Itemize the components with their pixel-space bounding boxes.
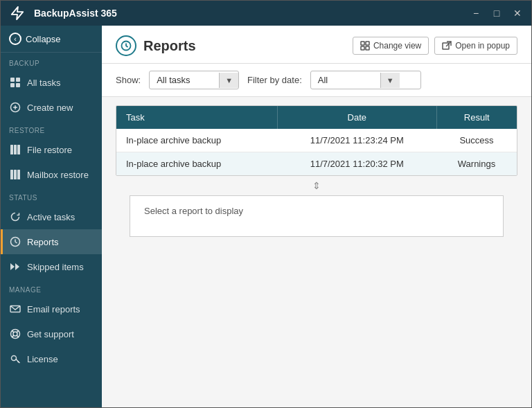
date-cell: 11/7/2021 11:23:24 PM: [278, 129, 437, 152]
svg-line-23: [12, 335, 14, 337]
show-select[interactable]: All tasks ▼: [149, 71, 239, 89]
rotate-icon: [9, 211, 21, 223]
close-button[interactable]: ✕: [511, 6, 524, 20]
svg-line-25: [18, 362, 19, 363]
report-table: Task Date Result In-place archive backup…: [116, 106, 517, 175]
mailbox-restore-label: Mailbox restore: [27, 170, 89, 180]
divider: ⇕: [116, 176, 517, 195]
sidebar-item-reports[interactable]: Reports: [1, 229, 102, 254]
change-view-icon: [360, 41, 370, 51]
sidebar-section-restore: RESTORE: [1, 120, 102, 137]
app-window: BackupAssist 365 − □ ✕ ‹ Collapse BACKUP: [0, 0, 532, 408]
create-new-label: Create new: [27, 103, 73, 113]
col-date: Date: [278, 106, 437, 129]
report-table-container: Task Date Result In-place archive backup…: [116, 105, 517, 176]
collapse-button[interactable]: ‹ Collapse: [1, 26, 102, 53]
svg-line-20: [12, 330, 14, 332]
table-area: Task Date Result In-place archive backup…: [102, 97, 531, 407]
content-header: Reports Change view: [102, 26, 531, 64]
svg-rect-29: [361, 46, 364, 50]
svg-line-21: [17, 330, 19, 332]
license-label: License: [27, 354, 58, 364]
svg-marker-15: [10, 263, 15, 270]
result-cell: Success: [436, 129, 517, 152]
all-tasks-label: All tasks: [27, 78, 60, 88]
svg-rect-3: [10, 83, 15, 87]
header-actions: Change view Open in popup: [353, 37, 517, 55]
svg-rect-28: [366, 42, 369, 45]
sidebar-item-mailbox-restore[interactable]: Mailbox restore: [1, 162, 102, 187]
main-layout: ‹ Collapse BACKUP All tasks: [1, 26, 531, 407]
email-reports-label: Email reports: [27, 304, 80, 314]
minimize-button[interactable]: −: [469, 6, 483, 20]
filter-bar: Show: All tasks ▼ Filter by date: All ▼: [102, 64, 531, 97]
sidebar: ‹ Collapse BACKUP All tasks: [1, 26, 102, 407]
svg-rect-12: [14, 170, 17, 179]
grid-icon: [9, 76, 21, 89]
clock-icon: [9, 236, 21, 248]
title-area: Reports: [116, 35, 196, 56]
maximize-button[interactable]: □: [490, 6, 504, 20]
sidebar-section-status: STATUS: [1, 187, 102, 204]
svg-rect-27: [361, 42, 364, 45]
active-tasks-label: Active tasks: [27, 212, 75, 222]
reports-title-icon: [116, 35, 136, 56]
show-label: Show:: [116, 75, 141, 85]
resize-arrows-icon[interactable]: ⇕: [312, 180, 321, 191]
svg-rect-10: [17, 145, 20, 154]
mailbox-restore-icon: [9, 168, 21, 181]
svg-rect-11: [10, 170, 13, 179]
sidebar-item-license[interactable]: License: [1, 346, 102, 371]
app-title: BackupAssist 365: [34, 8, 469, 19]
report-detail-panel: Select a report to display: [130, 195, 504, 237]
show-select-arrow-icon[interactable]: ▼: [219, 73, 238, 88]
sidebar-item-email-reports[interactable]: Email reports: [1, 296, 102, 321]
sidebar-item-create-new[interactable]: Create new: [1, 95, 102, 120]
result-cell: Warnings: [436, 152, 517, 176]
svg-rect-1: [10, 78, 15, 82]
change-view-button[interactable]: Change view: [353, 37, 429, 55]
sidebar-item-get-support[interactable]: Get support: [1, 321, 102, 346]
select-report-text: Select a report to display: [144, 206, 243, 216]
col-task: Task: [116, 106, 278, 129]
reports-label: Reports: [27, 237, 59, 247]
collapse-arrow-icon: ‹: [9, 33, 21, 45]
show-select-value: All tasks: [150, 71, 219, 89]
content-area: Reports Change view: [102, 26, 531, 407]
plus-circle-icon: [9, 101, 21, 114]
titlebar: BackupAssist 365 − □ ✕: [1, 1, 531, 26]
app-logo: [8, 3, 27, 23]
collapse-label: Collapse: [26, 34, 61, 44]
sidebar-item-skipped-items[interactable]: Skipped items: [1, 254, 102, 279]
page-title: Reports: [143, 38, 196, 54]
sidebar-item-file-restore[interactable]: File restore: [1, 137, 102, 162]
window-controls: − □ ✕: [469, 6, 524, 20]
popup-icon: [442, 41, 452, 51]
svg-rect-8: [10, 145, 13, 154]
table-row[interactable]: In-place archive backup11/7/2021 11:23:2…: [116, 129, 517, 152]
svg-point-24: [12, 356, 17, 361]
open-in-popup-button[interactable]: Open in popup: [434, 37, 517, 55]
envelope-icon: [9, 303, 21, 315]
col-result: Result: [436, 106, 517, 129]
date-select-arrow-icon[interactable]: ▼: [380, 73, 400, 88]
key-icon: [9, 353, 21, 365]
svg-marker-16: [15, 263, 19, 270]
svg-rect-30: [366, 46, 369, 50]
get-support-label: Get support: [27, 329, 74, 339]
svg-marker-0: [12, 7, 24, 19]
file-restore-icon: [9, 143, 21, 156]
date-select-value: All: [311, 71, 380, 89]
date-select[interactable]: All ▼: [310, 71, 421, 89]
fast-forward-icon: [9, 260, 21, 273]
sidebar-item-all-tasks[interactable]: All tasks: [1, 70, 102, 95]
life-ring-icon: [9, 328, 21, 340]
table-row[interactable]: In-place archive backup11/7/2021 11:20:3…: [116, 152, 517, 176]
svg-rect-2: [16, 78, 20, 82]
sidebar-item-active-tasks[interactable]: Active tasks: [1, 204, 102, 229]
svg-line-22: [17, 335, 19, 337]
sidebar-section-manage: MANAGE: [1, 279, 102, 296]
sidebar-section-backup: BACKUP: [1, 53, 102, 70]
file-restore-label: File restore: [27, 145, 72, 155]
skipped-items-label: Skipped items: [27, 262, 84, 272]
